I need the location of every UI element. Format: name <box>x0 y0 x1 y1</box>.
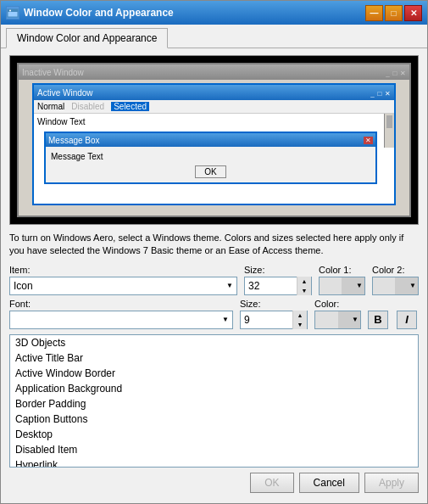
color2-label: Color 2: <box>372 265 419 275</box>
preview-messagebox-ok[interactable]: OK <box>195 165 225 178</box>
cancel-button[interactable]: Cancel <box>299 473 359 493</box>
item-row: Item: Icon ▼ Size: 32 ▲ ▼ Color 1: <box>9 265 419 295</box>
preview-active-window: Active Window _ □ ✕ Normal Disabled Sele… <box>32 83 396 205</box>
font-color-swatch[interactable]: ▼ <box>314 311 361 329</box>
size-spin: 32 ▲ ▼ <box>244 277 312 295</box>
window-title: Window Color and Appearance <box>24 7 174 19</box>
minimize-button[interactable]: — <box>365 5 383 21</box>
item-label: Item: <box>9 265 237 275</box>
font-color-section: Color: ▼ <box>314 299 361 329</box>
color1-arrow: ▼ <box>356 282 363 289</box>
preview-active-titlebar: Active Window _ □ ✕ <box>34 85 394 100</box>
item-section: Item: Icon ▼ <box>9 265 237 295</box>
main-window: Window Color and Appearance — □ ✕ Window… <box>0 0 428 504</box>
dropdown-item[interactable]: Border Padding <box>10 396 418 412</box>
preview-menu-bar: Normal Disabled Selected <box>34 100 394 114</box>
preview-window-text: Window Text <box>37 117 86 126</box>
preview-messagebox-titlebar: Message Box ✕ <box>46 133 375 147</box>
font-select[interactable]: ▼ <box>9 311 233 329</box>
dropdown-item[interactable]: Active Window Border <box>10 366 418 381</box>
preview-inactive-window: Inactive Window _ □ ✕ Active Window _ □ <box>17 63 411 217</box>
size-spin-buttons: ▲ ▼ <box>297 277 311 295</box>
dropdown-item[interactable]: Disabled Item <box>10 442 418 457</box>
color2-arrow: ▼ <box>409 282 416 289</box>
dropdown-list: 3D ObjectsActive Title BarActive Window … <box>9 334 419 468</box>
font-size-label: Size: <box>240 299 308 309</box>
preview-inactive-titlebar: Inactive Window _ □ ✕ <box>19 64 409 80</box>
color2-section: Color 2: ▼ <box>372 265 419 295</box>
font-size-spin: 9 ▲ ▼ <box>240 311 308 329</box>
font-label: Font: <box>9 299 233 309</box>
dropdown-item[interactable]: 3D Objects <box>10 335 418 350</box>
preview-inactive-controls: _ □ ✕ <box>385 68 406 77</box>
title-bar-controls: — □ ✕ <box>365 5 422 21</box>
size-section: Size: 32 ▲ ▼ <box>244 265 312 295</box>
preview-menu-selected: Selected <box>111 102 149 111</box>
font-row: Font: ▼ Size: 9 ▲ ▼ Color: <box>9 299 419 329</box>
dropdown-item[interactable]: Caption Buttons <box>10 412 418 427</box>
font-bold-section: B <box>368 299 390 329</box>
font-color-label: Color: <box>314 299 361 309</box>
tab-window-color[interactable]: Window Color and Appearance <box>6 28 168 48</box>
window-icon <box>6 6 19 20</box>
italic-button[interactable]: I <box>397 311 417 329</box>
preview-messagebox-text: Message Text <box>49 150 372 163</box>
bold-button[interactable]: B <box>368 311 388 329</box>
font-size-spin-buttons: ▲ ▼ <box>292 311 307 329</box>
color1-swatch[interactable]: ▼ <box>319 277 365 295</box>
description-text: To turn on Windows Aero, select a Window… <box>9 232 419 258</box>
tab-bar: Window Color and Appearance <box>1 25 427 48</box>
font-size-spin-down[interactable]: ▼ <box>293 320 307 329</box>
title-bar: Window Color and Appearance — □ ✕ <box>1 1 427 25</box>
font-select-arrow: ▼ <box>222 316 229 323</box>
dropdown-item[interactable]: Desktop <box>10 427 418 442</box>
font-section: Font: ▼ <box>9 299 233 329</box>
svg-rect-1 <box>8 9 18 12</box>
dropdown-item[interactable]: Hyperlink <box>10 457 418 468</box>
font-color-arrow: ▼ <box>352 316 359 323</box>
size-spin-up[interactable]: ▲ <box>297 277 311 286</box>
apply-button[interactable]: Apply <box>364 473 419 493</box>
ok-button[interactable]: OK <box>250 473 293 493</box>
preview-inactive-title: Inactive Window <box>22 68 84 77</box>
svg-point-2 <box>9 10 11 12</box>
dropdown-item[interactable]: Active Title Bar <box>10 350 418 366</box>
preview-active-controls: _ □ ✕ <box>370 88 391 98</box>
color1-section: Color 1: ▼ <box>319 265 365 295</box>
preview-scrollbar <box>384 114 394 148</box>
font-size-spin-up[interactable]: ▲ <box>293 311 307 320</box>
font-size-input[interactable]: 9 <box>241 314 292 326</box>
main-content: Inactive Window _ □ ✕ Active Window _ □ <box>1 48 427 503</box>
maximize-button[interactable]: □ <box>385 5 403 21</box>
preview-messagebox-close: ✕ <box>364 137 373 144</box>
item-select-value: Icon <box>14 280 33 292</box>
size-label: Size: <box>244 265 312 275</box>
preview-menu-disabled: Disabled <box>71 102 104 111</box>
size-spin-down[interactable]: ▼ <box>297 286 311 295</box>
size-input[interactable]: 32 <box>245 280 297 292</box>
preview-area: Inactive Window _ □ ✕ Active Window _ □ <box>9 55 419 225</box>
preview-menu-normal: Normal <box>37 102 64 111</box>
item-select[interactable]: Icon ▼ <box>9 277 237 295</box>
preview-messagebox: Message Box ✕ Message Text OK <box>44 132 377 184</box>
color1-label: Color 1: <box>319 265 365 275</box>
dropdown-item[interactable]: Application Background <box>10 381 418 396</box>
preview-scrollbar-thumb <box>386 115 392 128</box>
font-size-section: Size: 9 ▲ ▼ <box>240 299 308 329</box>
color2-swatch[interactable]: ▼ <box>372 277 419 295</box>
title-bar-left: Window Color and Appearance <box>6 6 174 20</box>
bottom-buttons: OK Cancel Apply <box>9 468 419 496</box>
item-select-arrow: ▼ <box>226 282 233 289</box>
preview-active-title: Active Window <box>37 88 93 98</box>
preview-messagebox-title: Message Box <box>48 136 100 145</box>
close-button[interactable]: ✕ <box>404 5 422 21</box>
font-italic-section: I <box>397 299 419 329</box>
